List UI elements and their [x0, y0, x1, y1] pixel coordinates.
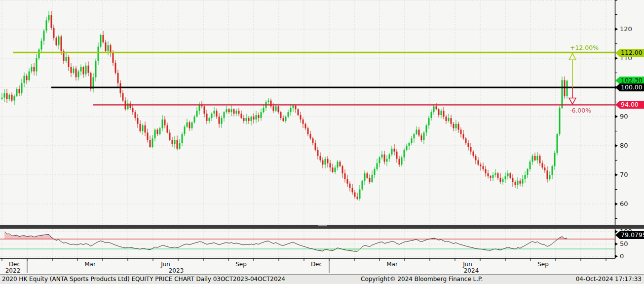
timestamp-text: 04-Oct-2024 17:17:33	[576, 276, 642, 283]
upper-target-price-tag: 112.00	[615, 49, 644, 57]
bloomberg-equity-price-chart: 12011010090807060100500DecMarJunSepDecMa…	[0, 0, 644, 284]
chart-title-text: 2020 HK Equity (ANTA Sports Products Ltd…	[2, 276, 285, 283]
candles	[1, 11, 568, 201]
last-price-tag: 102.30	[615, 77, 644, 84]
panel-divider[interactable]	[0, 225, 644, 229]
status-bar: 2020 HK Equity (ANTA Sports Products Ltd…	[0, 274, 644, 284]
lower-target-price-tag: 94.00	[615, 101, 644, 109]
chart-canvas	[0, 0, 644, 284]
downside-percent-annotation: -6.00%	[563, 107, 598, 114]
divider-grip-icon[interactable]	[318, 225, 327, 228]
rsi-value-tag: 79.0795	[615, 231, 644, 239]
upside-percent-annotation: +12.00%	[567, 44, 602, 51]
copyright-text: Copyright© 2024 Bloomberg Finance L.P.	[361, 276, 483, 283]
reference-price-tag: 100.00	[615, 83, 644, 91]
